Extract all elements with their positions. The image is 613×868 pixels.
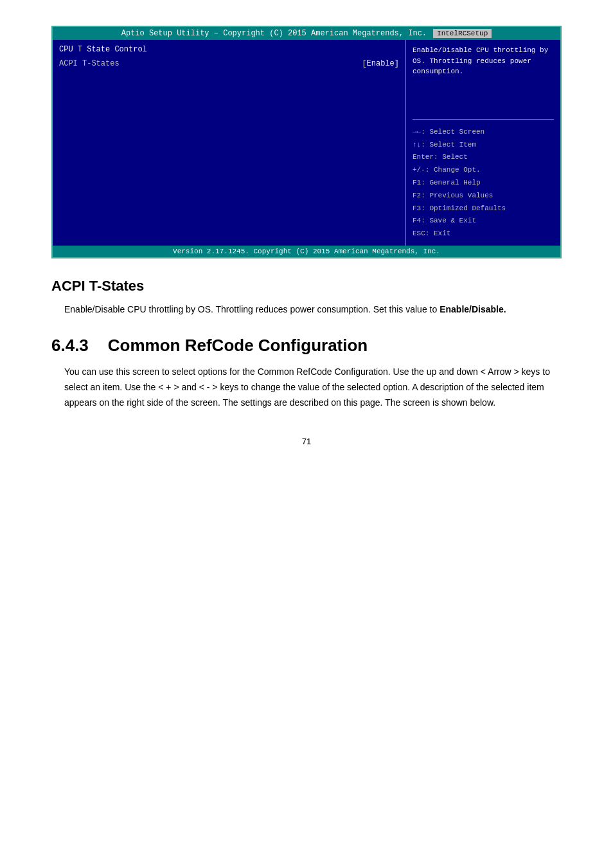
chapter-heading: 6.4.3 Common RefCode Configuration: [51, 336, 562, 356]
help-item-7: F4: Save & Exit: [413, 215, 554, 228]
help-item-8: ESC: Exit: [413, 228, 554, 240]
bios-footer: Version 2.17.1245. Copyright (C) 2015 Am…: [53, 246, 560, 257]
help-item-3: +/-: Change Opt.: [413, 164, 554, 177]
bios-item-label: ACPI T-States: [59, 59, 120, 68]
chapter-body: You can use this screen to select option…: [51, 365, 562, 410]
bios-left-panel: CPU T State Control ACPI T-States [Enabl…: [53, 40, 406, 246]
bios-active-tab: IntelRCSetup: [433, 29, 492, 38]
section-body-bold: Enable/Disable.: [440, 304, 506, 314]
bios-section-title: CPU T State Control: [59, 45, 399, 54]
page-number: 71: [51, 437, 562, 446]
help-item-6: F3: Optimized Defaults: [413, 203, 554, 215]
bios-title-text: Aptio Setup Utility – Copyright (C) 2015…: [121, 29, 427, 38]
help-item-5: F2: Previous Values: [413, 190, 554, 203]
bios-help-text: →←: Select Screen ↑↓: Select Item Enter:…: [413, 126, 554, 240]
chapter-title: Common RefCode Configuration: [108, 336, 368, 356]
section-body-text: Enable/Disable CPU throttling by OS. Thr…: [64, 304, 440, 314]
help-item-0: →←: Select Screen: [413, 126, 554, 139]
bios-title-bar: Aptio Setup Utility – Copyright (C) 2015…: [53, 27, 560, 40]
bios-item-row: ACPI T-States [Enable]: [59, 59, 399, 68]
section-heading: ACPI T-States: [51, 278, 562, 294]
section-body: Enable/Disable CPU throttling by OS. Thr…: [51, 302, 562, 316]
chapter-number: 6.4.3: [51, 336, 89, 356]
bios-item-value: [Enable]: [362, 59, 399, 68]
help-item-1: ↑↓: Select Item: [413, 139, 554, 152]
bios-content-area: CPU T State Control ACPI T-States [Enabl…: [53, 40, 560, 246]
bios-screenshot: Aptio Setup Utility – Copyright (C) 2015…: [51, 26, 562, 258]
bios-help-divider: [413, 119, 554, 120]
bios-description: Enable/Disable CPU throttling by OS. Thr…: [413, 45, 554, 113]
bios-right-panel: Enable/Disable CPU throttling by OS. Thr…: [406, 40, 560, 246]
help-item-4: F1: General Help: [413, 177, 554, 190]
help-item-2: Enter: Select: [413, 151, 554, 164]
